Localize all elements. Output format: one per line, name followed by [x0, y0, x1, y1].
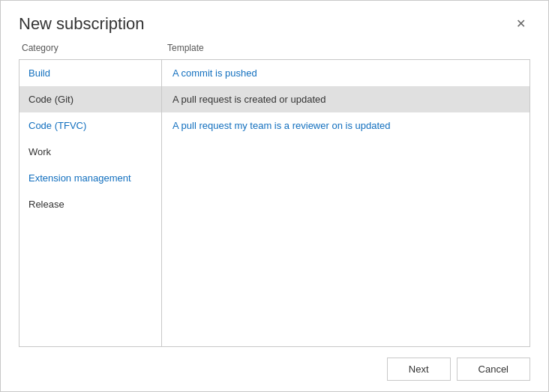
template-item-pull-request-reviewer[interactable]: A pull request my team is a reviewer on …	[162, 112, 530, 139]
template-header: Template	[161, 43, 530, 53]
columns-content: BuildCode (Git)Code (TFVC)WorkExtension …	[19, 59, 530, 347]
category-list: BuildCode (Git)Code (TFVC)WorkExtension …	[20, 60, 162, 346]
dialog-footer: Next Cancel	[1, 347, 548, 391]
category-item-release[interactable]: Release	[20, 191, 161, 217]
dialog-body: Category Template BuildCode (Git)Code (T…	[1, 43, 548, 347]
category-item-code-git[interactable]: Code (Git)	[20, 86, 161, 112]
dialog-title: New subscription	[19, 14, 145, 34]
next-button[interactable]: Next	[387, 358, 451, 381]
template-item-pull-request-created[interactable]: A pull request is created or updated	[162, 86, 530, 112]
template-item-commit-pushed[interactable]: A commit is pushed	[162, 60, 530, 86]
close-button[interactable]: ✕	[512, 16, 530, 31]
category-item-work[interactable]: Work	[20, 139, 161, 165]
category-item-code-tfvc[interactable]: Code (TFVC)	[20, 112, 161, 139]
category-item-extension-management[interactable]: Extension management	[20, 165, 161, 191]
category-header: Category	[19, 43, 161, 53]
dialog-header: New subscription ✕	[1, 1, 548, 43]
category-item-build[interactable]: Build	[20, 60, 161, 86]
template-list: A commit is pushedA pull request is crea…	[162, 60, 530, 346]
columns-header: Category Template	[19, 43, 530, 53]
cancel-button[interactable]: Cancel	[457, 358, 530, 381]
new-subscription-dialog: New subscription ✕ Category Template Bui…	[0, 0, 549, 392]
